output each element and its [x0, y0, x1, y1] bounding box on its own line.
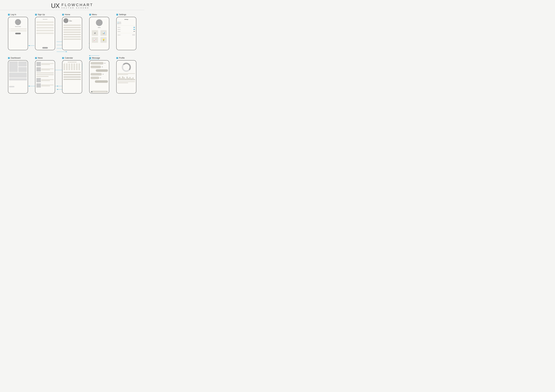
profile-bars — [118, 76, 135, 80]
news-img-2 — [37, 67, 41, 72]
phone-settings: Settings Account Network — [116, 17, 136, 50]
toggle-2[interactable] — [133, 29, 135, 30]
settings-num4: Number 4 — [118, 35, 121, 35]
header-ux: UX — [51, 2, 59, 9]
settings-row-3: Number 3 — [118, 31, 135, 32]
label-icon-settings — [116, 14, 118, 15]
phone-calendar: < > — [62, 60, 82, 94]
section-signup: Sign Up New Account — [35, 14, 55, 50]
msg-bubble-6 — [95, 80, 108, 83]
cal-month-bar — [68, 62, 77, 63]
label-icon-message — [89, 57, 91, 59]
bar-5 — [124, 77, 125, 80]
settings-title: Settings — [118, 19, 135, 20]
home-header: Your Name — [64, 18, 81, 23]
signup-field-2 — [37, 24, 54, 26]
msg-input-bar[interactable]: 📷 ▶ — [91, 91, 108, 93]
home-line-1 — [64, 25, 81, 26]
label-icon-news — [35, 57, 37, 59]
msg-row-3 — [91, 69, 108, 72]
label-text-login: Log In — [11, 14, 16, 16]
page-header: UX FLOWCHART VECTOR SCHEME — [0, 0, 144, 10]
stepper-4[interactable] — [132, 35, 135, 35]
signup-field-4 — [37, 30, 54, 31]
bar-6 — [125, 79, 126, 80]
msg-row-2 — [91, 65, 108, 69]
section-news: News — [35, 57, 55, 94]
signup-button[interactable] — [42, 47, 48, 49]
dash-block-bottom2 — [9, 86, 14, 87]
signup-field-1 — [37, 22, 54, 23]
profile-line-1 — [118, 73, 135, 74]
section-calendar: Calendar < > — [62, 57, 82, 94]
cal-next[interactable]: > — [80, 62, 81, 63]
dash-block-mid — [18, 67, 27, 72]
label-icon-profile — [116, 57, 118, 59]
news-line-3a — [41, 79, 54, 80]
label-icon-calendar — [62, 57, 64, 59]
bar-8 — [128, 78, 129, 80]
cal-prev[interactable]: < — [64, 62, 64, 63]
menu-icon-chart: ◕ — [92, 30, 98, 36]
profile-line-2 — [118, 74, 128, 75]
menu-icon-light: 💡 — [101, 37, 107, 43]
section-message: Message — [89, 57, 109, 94]
home-line-2 — [64, 27, 81, 28]
phone-signup: New Account — [35, 17, 55, 50]
header-flowchart: FLOWCHART — [61, 3, 93, 7]
login-button[interactable] — [15, 33, 21, 34]
label-text-home: Home — [65, 14, 70, 16]
dash-block-bottom1 — [9, 78, 27, 80]
account-label: Account — [119, 22, 121, 22]
settings-num3: Number 3 — [118, 31, 121, 32]
home-avatar — [64, 18, 68, 23]
row1: Log In Welcome Back ▲ ▲ — [4, 14, 140, 50]
profile-donut-chart — [121, 62, 131, 72]
header-vector: VECTOR SCHEME — [61, 7, 93, 9]
news-img-1 — [37, 62, 41, 66]
bar-1 — [118, 78, 119, 80]
news-text-line-1 — [37, 73, 54, 73]
msg-dot-4 — [103, 74, 103, 75]
cal-nav: < > — [64, 62, 81, 63]
rows-container: Home (multiple lines) --> Menu --> Setti… — [4, 14, 140, 94]
news-line-3b — [41, 80, 50, 81]
msg-row-6 — [91, 80, 108, 83]
login-field-user: ▲ — [9, 29, 27, 29]
bar-7 — [126, 77, 128, 80]
news-line-4a — [41, 85, 54, 85]
phone-message: 📷 ▶ — [89, 60, 109, 94]
dash-block-wide — [9, 73, 27, 78]
label-menu: Menu — [89, 14, 97, 16]
toggle-3[interactable] — [133, 31, 135, 32]
settings-item-network: Network — [118, 22, 135, 23]
lock-icon: ▲ — [9, 30, 10, 31]
news-img-4 — [37, 83, 41, 87]
bar-4 — [122, 76, 123, 80]
news-line-1a — [41, 63, 54, 64]
login-field-pass: ▲ — [9, 30, 27, 31]
signup-field-3 — [37, 27, 54, 29]
main-content: Home (multiple lines) --> Menu --> Setti… — [0, 14, 144, 94]
cal-grid — [64, 64, 81, 70]
profile-text-lines — [118, 73, 135, 75]
section-profile: Profile — [116, 57, 136, 94]
toggle-1[interactable] — [133, 27, 135, 28]
msg-row-1 — [91, 62, 108, 65]
settings-num1: Number 1 — [118, 27, 121, 28]
label-home: Home — [62, 14, 70, 16]
msg-dot-1 — [104, 63, 105, 64]
msg-bubble-5 — [91, 77, 99, 79]
label-icon-login — [8, 14, 10, 15]
settings-row-4: Number 4 — [118, 35, 135, 35]
login-user-bar — [11, 29, 27, 29]
menu-avatar — [96, 19, 102, 26]
cal-event-1 — [64, 72, 81, 73]
label-text-message: Message — [92, 57, 100, 59]
bar-3 — [121, 78, 122, 80]
label-login: Log In — [8, 14, 16, 16]
section-login: Log In Welcome Back ▲ ▲ — [8, 14, 28, 50]
home-line-3 — [64, 29, 81, 30]
phone-dashboard — [8, 60, 28, 94]
msg-dot-2 — [102, 66, 103, 67]
